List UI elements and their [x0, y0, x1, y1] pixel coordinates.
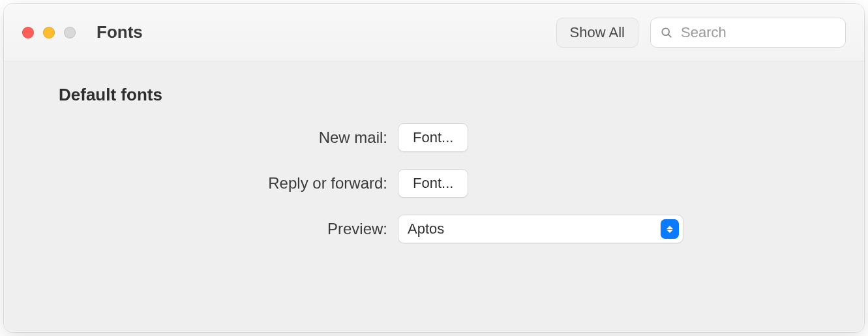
chevron-down-icon	[666, 230, 673, 233]
svg-line-1	[668, 34, 671, 37]
titlebar: Fonts Show All	[4, 4, 864, 61]
preview-font-value: Aptos	[408, 221, 444, 237]
search-field[interactable]	[650, 18, 846, 48]
search-input[interactable]	[680, 23, 836, 42]
row-reply-forward: Reply or forward: Font...	[59, 169, 809, 198]
window-title: Fonts	[97, 22, 143, 42]
label-reply-forward: Reply or forward:	[59, 174, 398, 192]
preview-font-select[interactable]: Aptos	[398, 215, 683, 243]
label-new-mail: New mail:	[59, 129, 398, 147]
select-stepper-icon	[661, 219, 679, 239]
section-heading: Default fonts	[59, 85, 809, 105]
reply-forward-font-button[interactable]: Font...	[398, 169, 468, 198]
preferences-window: Fonts Show All Default fonts New mail: F…	[4, 4, 864, 332]
search-icon	[660, 26, 673, 39]
close-window-button[interactable]	[22, 27, 34, 38]
row-new-mail: New mail: Font...	[59, 123, 809, 152]
minimize-window-button[interactable]	[43, 27, 55, 38]
chevron-up-icon	[666, 226, 673, 229]
row-preview: Preview: Aptos	[59, 215, 809, 243]
traffic-lights	[22, 27, 76, 38]
zoom-window-button[interactable]	[64, 27, 76, 38]
new-mail-font-button[interactable]: Font...	[398, 123, 468, 152]
show-all-button[interactable]: Show All	[556, 18, 638, 48]
label-preview: Preview:	[59, 220, 398, 238]
content-area: Default fonts New mail: Font... Reply or…	[4, 61, 864, 332]
